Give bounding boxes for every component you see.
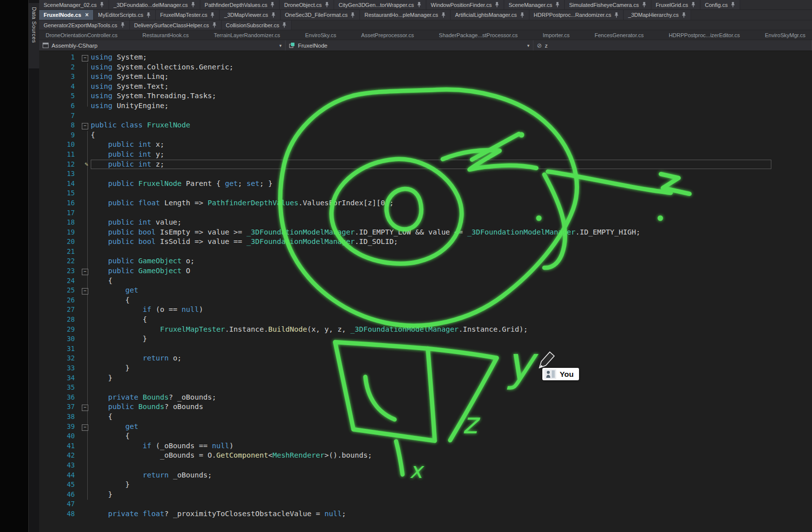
code-line[interactable]: 48 private float? _proximityToClosestObs… <box>39 509 812 519</box>
file-tab[interactable]: SceneManager_02.cs <box>39 0 109 9</box>
code-line[interactable]: 9{ <box>39 130 812 140</box>
file-tab[interactable]: AssetPreprocessor.cs <box>357 30 418 40</box>
file-tab[interactable]: CityGen3DGen...torWrapper.cs <box>334 0 426 9</box>
code-line[interactable]: 29 FruxelMapTester.Instance.BuildNode(x,… <box>39 325 812 335</box>
code-line[interactable]: 40 { <box>39 431 812 441</box>
file-tab[interactable]: DeliverySurfaceClassHelper.cs <box>130 20 222 30</box>
pin-icon[interactable] <box>614 12 619 18</box>
file-tab[interactable]: _3DFoundatio...delManager.cs <box>109 0 200 9</box>
fold-collapse-icon[interactable]: − <box>78 120 91 130</box>
file-tab[interactable]: RestaurantHo...pleManager.cs <box>360 10 451 20</box>
pin-icon[interactable] <box>100 2 104 7</box>
code-line[interactable]: 36 private Bounds? _oBounds; <box>39 393 812 403</box>
code-line[interactable]: 47 <box>39 499 812 509</box>
file-tab[interactable]: HDRPPostproc...Randomizer.cs <box>529 10 624 20</box>
pin-icon[interactable] <box>642 2 646 7</box>
type-selector[interactable]: FruxelNode ▾ <box>286 40 533 51</box>
code-line[interactable]: 2using System.Collections.Generic; <box>39 62 812 72</box>
file-tab[interactable]: Importer.cs <box>538 30 574 40</box>
code-line[interactable]: 4using System.Text; <box>39 82 812 92</box>
file-tab[interactable]: FruxelNode.cs× <box>39 10 94 20</box>
code-line[interactable]: 15 <box>39 188 812 198</box>
file-tab[interactable]: PathfinderDepthValues.cs <box>200 0 280 9</box>
code-line[interactable]: 6using UnityEngine; <box>39 101 812 111</box>
code-line[interactable]: 1−using System; <box>39 53 812 62</box>
code-line[interactable]: 45 } <box>39 480 812 490</box>
pin-icon[interactable] <box>146 12 151 18</box>
code-editor[interactable]: 1−using System;2using System.Collections… <box>39 51 812 532</box>
file-tab[interactable]: EnviroSkyMgr.cs <box>760 30 810 40</box>
code-line[interactable]: 44 return _oBounds; <box>39 471 812 480</box>
code-line[interactable]: 35 <box>39 383 812 393</box>
pin-icon[interactable] <box>520 12 524 18</box>
code-line[interactable]: 18 public int value; <box>39 218 812 228</box>
file-tab[interactable]: ShaderPackage...stProcessor.cs <box>434 30 522 40</box>
pin-icon[interactable] <box>270 2 275 7</box>
file-tab[interactable]: RestaurantHook.cs <box>138 30 193 40</box>
fold-collapse-icon[interactable]: − <box>78 53 91 62</box>
code-line[interactable]: 30 } <box>39 334 812 344</box>
code-line[interactable]: 24 { <box>39 276 812 286</box>
pin-icon[interactable] <box>495 2 499 7</box>
close-icon[interactable]: × <box>84 12 89 18</box>
fold-collapse-icon[interactable]: − <box>78 266 91 276</box>
code-line[interactable]: 43 <box>39 461 812 471</box>
pin-icon[interactable] <box>212 22 217 28</box>
file-tab[interactable]: SceneManager.cs <box>504 0 565 9</box>
pin-icon[interactable] <box>555 2 560 7</box>
code-line[interactable]: 8−public class FruxelNode <box>39 120 812 130</box>
pin-icon[interactable] <box>210 12 215 18</box>
code-line[interactable]: 39− get <box>39 422 812 432</box>
code-line[interactable]: 23− public GameObject O <box>39 266 812 276</box>
code-line[interactable]: 46 } <box>39 490 812 500</box>
code-line[interactable]: 19 public bool IsEmpty => value >= _3DFo… <box>39 228 812 237</box>
file-tab[interactable]: FruxelMapTester.cs <box>156 10 220 20</box>
code-line[interactable]: 28 { <box>39 315 812 325</box>
project-selector[interactable]: Assembly-CSharp ▾ <box>39 40 286 51</box>
code-line[interactable]: 37− public Bounds? oBounds <box>39 402 812 412</box>
fold-collapse-icon[interactable]: − <box>78 286 91 296</box>
file-tab[interactable]: SimulatedFisheyeCamera.cs <box>565 0 651 9</box>
pin-icon[interactable] <box>271 12 276 18</box>
data-sources-tab[interactable]: Data Sources <box>29 3 39 68</box>
member-selector[interactable]: ⊘ z <box>533 40 812 51</box>
file-tab[interactable]: TerrainLayerRandomizer.cs <box>209 30 285 40</box>
file-tab[interactable]: FencesGenerator.cs <box>590 30 648 40</box>
code-line[interactable]: 14 public FruxelNode Parent { get; set; … <box>39 179 812 189</box>
fold-collapse-icon[interactable]: − <box>78 422 91 432</box>
code-line[interactable]: 42 _oBounds = O.GetComponent<MeshRendere… <box>39 451 812 461</box>
file-tab[interactable]: EnviroSky.cs <box>300 30 341 40</box>
file-tab[interactable]: WindowPositionFinder.cs <box>426 0 504 9</box>
pin-icon[interactable] <box>350 12 355 18</box>
pin-icon[interactable] <box>120 22 125 28</box>
file-tab[interactable]: Generator2ExportMapTools.cs <box>39 20 130 30</box>
code-line[interactable]: 33 } <box>39 363 812 373</box>
code-line[interactable]: 22 public GameObject o; <box>39 256 812 266</box>
pin-icon[interactable] <box>731 2 735 7</box>
code-line[interactable]: 13 <box>39 169 812 179</box>
file-tab[interactable]: FruxelGrid.cs <box>651 0 700 9</box>
code-line[interactable]: 20 public bool IsSolid => value == _3DFo… <box>39 237 812 247</box>
code-line[interactable]: 26 { <box>39 296 812 305</box>
code-line[interactable]: 17 <box>39 208 812 218</box>
file-tab[interactable]: _3DMapHierarchy.cs <box>624 10 691 20</box>
file-tab[interactable]: ArtificialLightsManager.cs <box>451 10 529 20</box>
file-tab[interactable]: CollisionSubscriber.cs <box>222 20 292 30</box>
code-line[interactable]: 5using System.Threading.Tasks; <box>39 91 812 101</box>
code-line[interactable]: 3using System.Linq; <box>39 72 812 82</box>
code-line[interactable]: 38 { <box>39 412 812 422</box>
code-line[interactable]: 7 <box>39 111 812 121</box>
pin-icon[interactable] <box>417 2 421 7</box>
file-tab[interactable]: HDRPPostproc...izerEditor.cs <box>664 30 745 40</box>
file-tab[interactable]: DroneOrientationController.cs <box>41 30 122 40</box>
code-line[interactable]: 32 return o; <box>39 354 812 363</box>
code-line[interactable]: 21 <box>39 247 812 257</box>
code-line[interactable]: 34 } <box>39 373 812 383</box>
fold-collapse-icon[interactable]: − <box>78 402 91 412</box>
pin-icon[interactable] <box>325 2 329 7</box>
file-tab[interactable]: DroneObject.cs <box>280 0 334 9</box>
code-line[interactable]: 10 public int x; <box>39 140 812 150</box>
code-line[interactable]: 16 public float Length => PathfinderDept… <box>39 198 812 208</box>
pin-icon[interactable] <box>441 12 446 18</box>
code-line[interactable]: 11 public int y; <box>39 150 812 160</box>
